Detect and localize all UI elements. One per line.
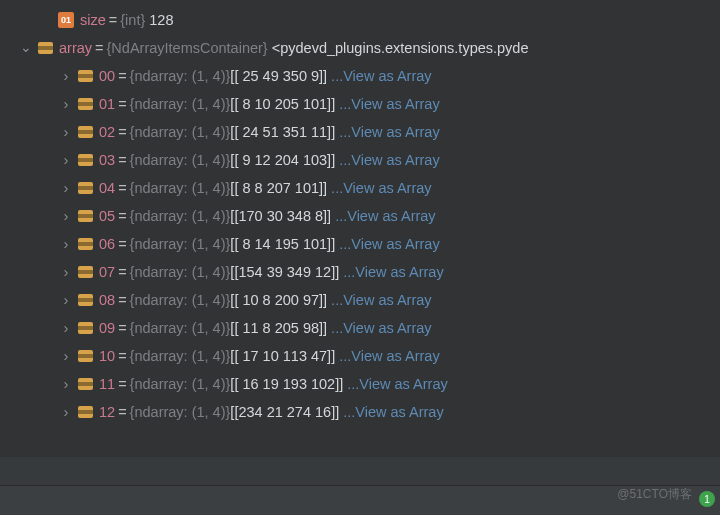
array-item-row[interactable]: 09 = {ndarray: (1, 4)} [[ 11 8 205 98]].… xyxy=(0,314,720,342)
equals-sign: = xyxy=(118,152,126,168)
array-item-row[interactable]: 12 = {ndarray: (1, 4)} [[234 21 274 16]]… xyxy=(0,398,720,426)
view-as-array-link[interactable]: ...View as Array xyxy=(339,152,439,168)
chevron-right-icon[interactable] xyxy=(58,124,74,141)
chevron-right-icon[interactable] xyxy=(58,404,74,421)
view-as-array-link[interactable]: ...View as Array xyxy=(339,348,439,364)
item-index: 12 xyxy=(99,404,115,420)
item-index: 11 xyxy=(99,376,115,392)
view-as-array-link[interactable]: ...View as Array xyxy=(347,376,447,392)
item-type: {ndarray: (1, 4)} xyxy=(130,180,231,196)
array-icon xyxy=(78,126,93,138)
watermark-text: @51CTO博客 xyxy=(617,486,692,503)
item-type: {ndarray: (1, 4)} xyxy=(130,292,231,308)
equals-sign: = xyxy=(118,376,126,392)
item-value: [[234 21 274 16]] xyxy=(230,404,339,420)
view-as-array-link[interactable]: ...View as Array xyxy=(339,124,439,140)
array-icon xyxy=(78,154,93,166)
item-value: [[ 11 8 205 98]] xyxy=(230,320,327,336)
var-type: {NdArrayItemsContainer} xyxy=(107,40,268,56)
var-type: {int} xyxy=(120,12,145,28)
view-as-array-link[interactable]: ...View as Array xyxy=(331,292,431,308)
item-value: [[ 17 10 113 47]] xyxy=(230,348,335,364)
item-index: 07 xyxy=(99,264,115,280)
array-icon xyxy=(38,42,53,54)
item-type: {ndarray: (1, 4)} xyxy=(130,348,231,364)
array-item-row[interactable]: 05 = {ndarray: (1, 4)} [[170 30 348 8]].… xyxy=(0,202,720,230)
chevron-right-icon[interactable] xyxy=(58,180,74,197)
item-type: {ndarray: (1, 4)} xyxy=(130,68,231,84)
equals-sign: = xyxy=(118,292,126,308)
item-value: [[154 39 349 12]] xyxy=(230,264,339,280)
array-icon xyxy=(78,238,93,250)
item-type: {ndarray: (1, 4)} xyxy=(130,208,231,224)
array-item-row[interactable]: 01 = {ndarray: (1, 4)} [[ 8 10 205 101]]… xyxy=(0,90,720,118)
item-type: {ndarray: (1, 4)} xyxy=(130,376,231,392)
item-type: {ndarray: (1, 4)} xyxy=(130,236,231,252)
array-icon xyxy=(78,350,93,362)
var-row-size[interactable]: 01 size = {int} 128 xyxy=(0,6,720,34)
item-value: [[ 24 51 351 11]] xyxy=(230,124,335,140)
chevron-right-icon[interactable] xyxy=(58,236,74,253)
array-item-row[interactable]: 04 = {ndarray: (1, 4)} [[ 8 8 207 101]].… xyxy=(0,174,720,202)
item-index: 02 xyxy=(99,124,115,140)
array-icon xyxy=(78,406,93,418)
chevron-right-icon[interactable] xyxy=(58,376,74,393)
item-type: {ndarray: (1, 4)} xyxy=(130,320,231,336)
array-item-row[interactable]: 08 = {ndarray: (1, 4)} [[ 10 8 200 97]].… xyxy=(0,286,720,314)
var-value: <pydevd_plugins.extensions.types.pyde xyxy=(272,40,529,56)
var-value: 128 xyxy=(149,12,173,28)
item-value: [[170 30 348 8]] xyxy=(230,208,331,224)
array-icon xyxy=(78,266,93,278)
equals-sign: = xyxy=(118,68,126,84)
array-icon xyxy=(78,182,93,194)
item-index: 04 xyxy=(99,180,115,196)
view-as-array-link[interactable]: ...View as Array xyxy=(331,180,431,196)
item-index: 05 xyxy=(99,208,115,224)
item-type: {ndarray: (1, 4)} xyxy=(130,264,231,280)
item-type: {ndarray: (1, 4)} xyxy=(130,124,231,140)
equals-sign: = xyxy=(118,96,126,112)
var-name: size xyxy=(80,12,106,28)
array-items-container: 00 = {ndarray: (1, 4)} [[ 25 49 350 9]].… xyxy=(0,62,720,426)
notification-badge[interactable]: 1 xyxy=(699,491,715,507)
chevron-down-icon[interactable] xyxy=(18,40,34,56)
array-item-row[interactable]: 02 = {ndarray: (1, 4)} [[ 24 51 351 11]]… xyxy=(0,118,720,146)
equals-sign: = xyxy=(118,348,126,364)
equals-sign: = xyxy=(118,208,126,224)
item-value: [[ 10 8 200 97]] xyxy=(230,292,327,308)
view-as-array-link[interactable]: ...View as Array xyxy=(343,264,443,280)
view-as-array-link[interactable]: ...View as Array xyxy=(343,404,443,420)
view-as-array-link[interactable]: ...View as Array xyxy=(331,320,431,336)
array-item-row[interactable]: 07 = {ndarray: (1, 4)} [[154 39 349 12]]… xyxy=(0,258,720,286)
overflow-shadow xyxy=(0,457,720,485)
array-item-row[interactable]: 00 = {ndarray: (1, 4)} [[ 25 49 350 9]].… xyxy=(0,62,720,90)
view-as-array-link[interactable]: ...View as Array xyxy=(335,208,435,224)
equals-sign: = xyxy=(109,12,117,28)
array-item-row[interactable]: 06 = {ndarray: (1, 4)} [[ 8 14 195 101]]… xyxy=(0,230,720,258)
array-icon xyxy=(78,294,93,306)
equals-sign: = xyxy=(118,124,126,140)
chevron-right-icon[interactable] xyxy=(58,152,74,169)
chevron-right-icon[interactable] xyxy=(58,320,74,337)
chevron-right-icon[interactable] xyxy=(58,292,74,309)
array-icon xyxy=(78,210,93,222)
view-as-array-link[interactable]: ...View as Array xyxy=(331,68,431,84)
array-item-row[interactable]: 10 = {ndarray: (1, 4)} [[ 17 10 113 47]]… xyxy=(0,342,720,370)
chevron-right-icon[interactable] xyxy=(58,208,74,225)
item-value: [[ 8 10 205 101]] xyxy=(230,96,335,112)
chevron-right-icon[interactable] xyxy=(58,96,74,113)
item-index: 01 xyxy=(99,96,115,112)
equals-sign: = xyxy=(95,40,103,56)
equals-sign: = xyxy=(118,264,126,280)
view-as-array-link[interactable]: ...View as Array xyxy=(339,96,439,112)
var-row-array[interactable]: array = {NdArrayItemsContainer} <pydevd_… xyxy=(0,34,720,62)
chevron-right-icon[interactable] xyxy=(58,348,74,365)
item-value: [[ 8 8 207 101]] xyxy=(230,180,327,196)
chevron-right-icon[interactable] xyxy=(58,264,74,281)
item-type: {ndarray: (1, 4)} xyxy=(130,96,231,112)
array-item-row[interactable]: 11 = {ndarray: (1, 4)} [[ 16 19 193 102]… xyxy=(0,370,720,398)
item-index: 10 xyxy=(99,348,115,364)
view-as-array-link[interactable]: ...View as Array xyxy=(339,236,439,252)
chevron-right-icon[interactable] xyxy=(58,68,74,85)
array-item-row[interactable]: 03 = {ndarray: (1, 4)} [[ 9 12 204 103]]… xyxy=(0,146,720,174)
